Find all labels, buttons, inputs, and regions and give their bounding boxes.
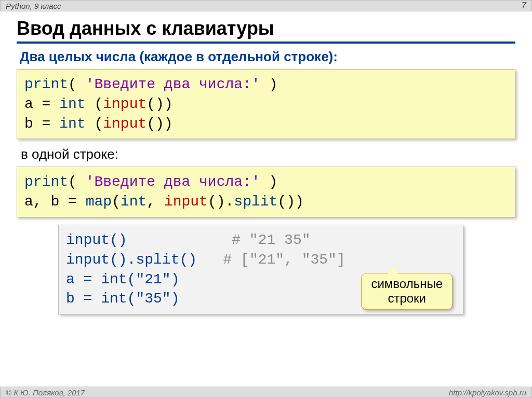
title-rule	[17, 42, 515, 44]
subtitle: Два целых числа (каждое в отдельной стро…	[17, 49, 515, 65]
code-text: b =	[24, 116, 59, 132]
code-block-3: input() # "21 35" input().split() # ["21…	[58, 225, 463, 314]
footer-copyright: © К.Ю. Поляков, 2017	[6, 388, 85, 397]
content: Ввод данных с клавиатуры Два целых числа…	[0, 11, 532, 314]
kw-input: input	[103, 116, 147, 132]
code-text: a = int("21")	[66, 271, 179, 287]
code-comment: # ["21", "35"]	[223, 252, 345, 268]
header-left: Python, 9 класс	[6, 2, 61, 10]
kw-map: map	[86, 194, 112, 210]
kw-input: input	[66, 252, 110, 268]
kw-input: input	[66, 232, 110, 248]
page-number: 7	[522, 1, 526, 11]
kw-int: int	[59, 96, 85, 112]
code-comment: # "21 35"	[232, 232, 310, 248]
code-text: b = int("35")	[66, 291, 179, 307]
kw-split: split	[234, 194, 277, 210]
string-literal: 'Введите два числа:'	[86, 76, 260, 92]
footer-url: http://kpolyakov.spb.ru	[449, 388, 526, 397]
code-block-1: print( 'Введите два числа:' ) a = int (i…	[17, 69, 515, 139]
header-bar: Python, 9 класс 7	[0, 0, 532, 11]
string-literal: 'Введите два числа:'	[86, 174, 260, 190]
kw-split: split	[136, 252, 179, 268]
kw-int: int	[59, 116, 85, 132]
code-text: a, b =	[24, 194, 86, 210]
kw-input: input	[164, 194, 208, 210]
caption-single-line: в одной строке:	[21, 146, 515, 162]
kw-int: int	[121, 194, 147, 210]
code-block-2: print( 'Введите два числа:' ) a, b = map…	[17, 167, 515, 217]
code-text: a =	[24, 96, 59, 112]
kw-print: print	[24, 174, 68, 190]
page-title: Ввод данных с клавиатуры	[17, 18, 515, 39]
footer-bar: © К.Ю. Поляков, 2017 http://kpolyakov.sp…	[0, 387, 532, 398]
kw-print: print	[24, 76, 68, 92]
callout-symbol-strings: символьные строки	[361, 273, 453, 310]
kw-input: input	[103, 96, 147, 112]
